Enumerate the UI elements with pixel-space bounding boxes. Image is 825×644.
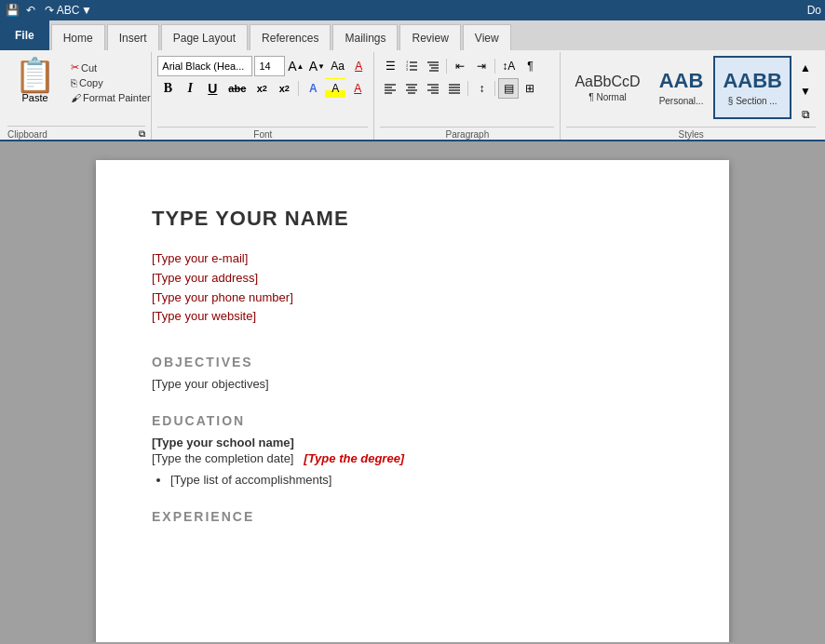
text-highlight-button[interactable]: A bbox=[325, 78, 345, 99]
education-heading: EDUCATION bbox=[152, 413, 673, 428]
bold-button[interactable]: B bbox=[157, 78, 178, 99]
italic-button[interactable]: I bbox=[180, 78, 200, 99]
decrease-font-size-button[interactable]: A▼ bbox=[307, 56, 326, 76]
objectives-heading: OBJECTIVES bbox=[152, 355, 673, 369]
align-center-button[interactable] bbox=[401, 78, 422, 99]
change-case-button[interactable]: Aa bbox=[328, 56, 346, 76]
line-spacing-button[interactable]: ↕ bbox=[471, 78, 492, 99]
style-normal-preview: AaBbCcD bbox=[575, 73, 640, 90]
style-section[interactable]: AABB § Section ... bbox=[713, 56, 791, 119]
multilevel-list-button[interactable] bbox=[423, 56, 443, 76]
tab-home[interactable]: Home bbox=[51, 24, 105, 50]
style-normal[interactable]: AaBbCcD ¶ Normal bbox=[566, 56, 648, 119]
tab-mailings[interactable]: Mailings bbox=[332, 24, 398, 50]
experience-heading: EXPERIENCE bbox=[152, 509, 673, 524]
format-painter-button[interactable]: 🖌 Format Painter bbox=[66, 90, 156, 105]
paragraph-group: ☰ 1 2 3 ⇤ bbox=[374, 52, 561, 140]
contact-info: [Type your e-mail] [Type your address] [… bbox=[152, 249, 673, 327]
sort-button[interactable]: ↕A bbox=[498, 56, 519, 76]
bullets-button[interactable]: ☰ bbox=[380, 56, 400, 76]
tab-view[interactable]: View bbox=[463, 24, 511, 50]
style-personal[interactable]: AAB Personal... bbox=[651, 56, 712, 119]
email-field[interactable]: [Type your e-mail] bbox=[152, 249, 673, 269]
address-field[interactable]: [Type your address] bbox=[152, 269, 673, 288]
clear-formatting-button[interactable]: A bbox=[349, 56, 368, 76]
ribbon-tab-bar: File Home Insert Page Layout References … bbox=[0, 20, 825, 50]
style-personal-preview: AAB bbox=[659, 69, 704, 93]
paste-button[interactable]: 📋 Paste bbox=[7, 56, 62, 106]
accomplishments-list: [Type list of accomplishments] bbox=[152, 473, 673, 487]
document-area: TYPE YOUR NAME [Type your e-mail] [Type … bbox=[0, 141, 825, 642]
styles-group-label: Styles bbox=[566, 127, 816, 140]
undo-icon[interactable]: ↶ bbox=[22, 2, 39, 19]
quick-access-toolbar: 💾 ↶ ↷ ABC ▼ Do bbox=[0, 0, 825, 20]
show-marks-button[interactable]: ¶ bbox=[520, 56, 540, 76]
clipboard-label: Clipboard bbox=[7, 129, 47, 140]
style-section-label: § Section ... bbox=[728, 96, 778, 106]
clipboard-expand-icon[interactable]: ⧉ bbox=[139, 128, 145, 140]
file-tab[interactable]: File bbox=[0, 20, 49, 50]
text-effects-button[interactable]: A bbox=[303, 78, 323, 99]
clipboard-group: 📋 Paste ✂ Cut ⎘ Copy 🖌 Format Painter C bbox=[4, 52, 152, 140]
subscript-button[interactable]: x2 bbox=[251, 78, 272, 99]
school-name-field[interactable]: [Type your school name] bbox=[152, 436, 673, 449]
style-normal-label: ¶ Normal bbox=[588, 92, 626, 102]
tab-insert[interactable]: Insert bbox=[107, 24, 159, 50]
style-personal-label: Personal... bbox=[659, 96, 704, 106]
spellcheck-icon[interactable]: ABC bbox=[60, 2, 76, 19]
accomplishment-item[interactable]: [Type list of accomplishments] bbox=[170, 473, 673, 487]
copy-button[interactable]: ⎘ Copy bbox=[66, 75, 156, 90]
font-size-input[interactable]: 14 bbox=[254, 56, 284, 76]
align-right-button[interactable] bbox=[423, 78, 443, 99]
phone-field[interactable]: [Type your phone number] bbox=[152, 288, 673, 308]
decrease-indent-button[interactable]: ⇤ bbox=[450, 56, 470, 76]
styles-expand-icon[interactable]: ⧉ bbox=[795, 104, 816, 125]
redo-icon[interactable]: ↷ bbox=[41, 2, 58, 19]
save-icon[interactable]: 💾 bbox=[4, 2, 20, 19]
cut-button[interactable]: ✂ Cut bbox=[66, 60, 156, 75]
ribbon: 📋 Paste ✂ Cut ⎘ Copy 🖌 Format Painter C bbox=[0, 50, 825, 141]
paragraph-group-label: Paragraph bbox=[380, 127, 554, 140]
styles-scroll-up-icon[interactable]: ▲ bbox=[795, 58, 816, 78]
degree-field[interactable]: [Type the degree] bbox=[304, 451, 404, 465]
shading-button[interactable]: ▤ bbox=[498, 78, 519, 99]
font-color-button[interactable]: A bbox=[347, 78, 368, 99]
font-name-input[interactable]: Arial Black (Hea... bbox=[157, 56, 252, 76]
completion-line: [Type the completion date] [Type the deg… bbox=[152, 451, 673, 465]
increase-indent-button[interactable]: ⇥ bbox=[471, 56, 492, 76]
svg-text:3: 3 bbox=[406, 67, 409, 72]
style-section-preview: AABB bbox=[723, 69, 782, 93]
superscript-button[interactable]: x2 bbox=[274, 78, 294, 99]
styles-group: AaBbCcD ¶ Normal AAB Personal... AABB § … bbox=[561, 52, 821, 140]
website-field[interactable]: [Type your website] bbox=[152, 307, 673, 327]
qa-dropdown-icon[interactable]: ▼ bbox=[78, 2, 95, 19]
numbering-button[interactable]: 1 2 3 bbox=[401, 56, 422, 76]
clipboard-small-buttons: ✂ Cut ⎘ Copy 🖌 Format Painter bbox=[66, 56, 156, 105]
justify-button[interactable] bbox=[444, 78, 465, 99]
document-page: TYPE YOUR NAME [Type your e-mail] [Type … bbox=[96, 160, 729, 642]
objectives-body[interactable]: [Type your objectives] bbox=[152, 377, 673, 391]
font-group: Arial Black (Hea... 14 A▲ A▼ Aa A B I U … bbox=[152, 52, 374, 140]
increase-font-size-button[interactable]: A▲ bbox=[287, 56, 305, 76]
tab-references[interactable]: References bbox=[250, 24, 331, 50]
border-button[interactable]: ⊞ bbox=[520, 78, 540, 99]
title-text: Do bbox=[807, 4, 821, 17]
styles-scroll-down-icon[interactable]: ▼ bbox=[795, 81, 816, 101]
align-left-button[interactable] bbox=[380, 78, 400, 99]
strikethrough-button[interactable]: abc bbox=[224, 78, 250, 99]
completion-date-field[interactable]: [Type the completion date] bbox=[152, 451, 293, 465]
tab-review[interactable]: Review bbox=[399, 24, 460, 50]
document-name[interactable]: TYPE YOUR NAME bbox=[152, 207, 673, 231]
underline-button[interactable]: U bbox=[202, 78, 223, 99]
tab-page-layout[interactable]: Page Layout bbox=[161, 24, 248, 50]
font-group-label: Font bbox=[157, 127, 368, 140]
